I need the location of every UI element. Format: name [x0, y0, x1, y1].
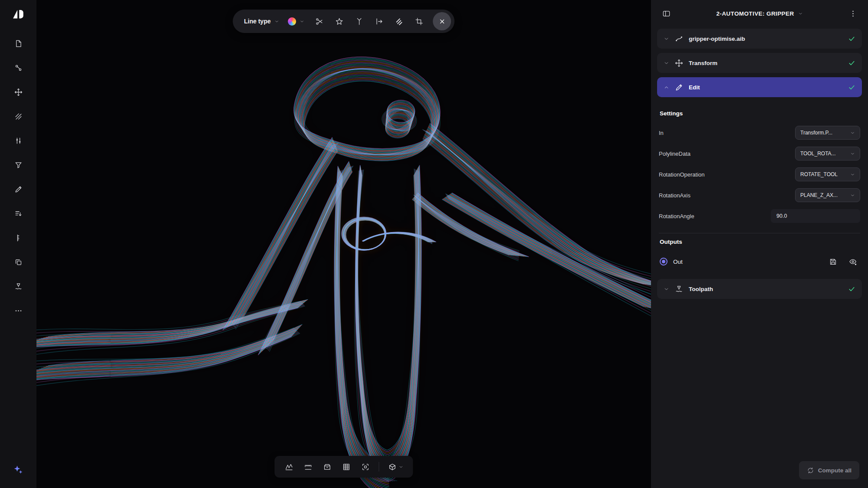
in-dropdown[interactable]: Transform.P... [795, 126, 860, 140]
close-icon [438, 17, 446, 26]
filter-tool-button[interactable] [9, 156, 27, 174]
output-row-out: Out [660, 253, 859, 270]
mirror-tool-button[interactable] [351, 13, 368, 30]
box-view-button[interactable] [320, 460, 335, 474]
section-toolpath[interactable]: Toolpath [657, 279, 862, 299]
field-label: RotationAngle [659, 213, 694, 219]
toolpath-icon [675, 285, 683, 293]
shift-icon [375, 17, 383, 26]
transform-icon [675, 59, 683, 67]
ruler-icon [14, 234, 23, 242]
chevron-down-icon [664, 60, 669, 66]
section-label: Toolpath [689, 286, 842, 292]
mirror-icon [355, 17, 363, 26]
shift-tool-button[interactable] [371, 13, 388, 30]
sort-tool-button[interactable] [9, 205, 27, 222]
caliper-view-button[interactable] [301, 460, 316, 474]
sort-icon [14, 210, 23, 218]
ai-assistant-button[interactable] [9, 461, 27, 478]
project-title-dropdown[interactable]: 2-AUTOMOTIVE: GRIPPER [716, 10, 802, 17]
move-tool-button[interactable] [9, 83, 27, 101]
polylinedata-dropdown[interactable]: TOOL_ROTA... [795, 147, 860, 160]
duplicate-tool-button[interactable] [9, 253, 27, 271]
section-transform[interactable]: Transform [657, 53, 862, 73]
chevron-down-icon [850, 131, 855, 135]
cut-tool-button[interactable] [311, 13, 328, 30]
field-row-rotationoperation: RotationOperation ROTATE_TOOL [659, 166, 860, 183]
app-logo [11, 7, 26, 22]
section-edit[interactable]: Edit [657, 77, 862, 97]
preview-output-button[interactable] [846, 255, 859, 268]
field-row-rotationangle: RotationAngle [659, 208, 860, 224]
layers-icon [395, 17, 403, 26]
check-icon [848, 35, 855, 43]
right-panel: 2-AUTOMOTIVE: GRIPPER gripper-optimise.a… [651, 0, 868, 488]
layers-tool-button[interactable] [391, 13, 408, 30]
project-title: 2-AUTOMOTIVE: GRIPPER [716, 10, 794, 17]
polyline-view-button[interactable] [282, 460, 296, 474]
more-icon [14, 307, 23, 315]
toolpath-tool-button[interactable] [9, 278, 27, 295]
section-label: gripper-optimise.aib [689, 36, 842, 42]
viewport: Line type [36, 0, 651, 488]
crop-icon [415, 17, 423, 26]
save-output-button[interactable] [826, 255, 839, 268]
out-radio[interactable] [660, 258, 667, 265]
rotationaxis-dropdown[interactable]: PLANE_Z_AX... [795, 188, 860, 202]
rotation-angle-input[interactable] [771, 209, 860, 223]
rotationoperation-dropdown[interactable]: ROTATE_TOOL [795, 167, 860, 181]
caliper-icon [304, 463, 312, 471]
check-icon [848, 84, 855, 91]
field-label: In [659, 130, 664, 136]
cube-view-dropdown[interactable] [385, 460, 406, 474]
section-label: Transform [689, 60, 842, 66]
file-tool-button[interactable] [9, 35, 27, 52]
curve-node-icon [675, 35, 683, 43]
polygon-tool-button[interactable] [331, 13, 348, 30]
line-type-dropdown[interactable]: Line type [241, 18, 282, 25]
grid-view-button[interactable] [339, 460, 354, 474]
close-toolbar-button[interactable] [433, 12, 451, 30]
chevron-down-icon [850, 172, 855, 177]
more-tools-button[interactable] [9, 302, 27, 319]
cube-icon [388, 463, 396, 471]
crop-tool-button[interactable] [411, 13, 428, 30]
edit-tool-button[interactable] [9, 180, 27, 198]
scan-view-button[interactable] [358, 460, 373, 474]
chevron-down-icon [664, 286, 669, 292]
compute-all-button[interactable]: Compute all [799, 461, 859, 479]
pencil-icon [675, 83, 683, 92]
refresh-icon [807, 467, 814, 474]
section-file[interactable]: gripper-optimise.aib [657, 29, 862, 49]
chevron-down-icon [300, 19, 305, 24]
color-mode-dropdown[interactable] [285, 17, 308, 26]
panel-menu-button[interactable] [845, 5, 861, 22]
chevron-down-icon [664, 36, 669, 42]
sliders-tool-button[interactable] [9, 132, 27, 149]
scan-icon [361, 463, 369, 471]
cut-icon [315, 17, 323, 26]
grid-icon [342, 463, 350, 471]
panel-toggle-button[interactable] [658, 5, 674, 22]
measure-tool-button[interactable] [9, 229, 27, 246]
outputs-heading: Outputs [660, 239, 860, 245]
viewport-top-toolbar: Line type [233, 10, 454, 33]
pencil-icon [14, 185, 23, 193]
viewport-3d-canvas[interactable] [36, 0, 651, 488]
check-icon [848, 285, 855, 293]
field-label: PolylineData [659, 151, 690, 157]
funnel-icon [14, 161, 23, 169]
toolbar-divider [379, 462, 379, 472]
chevron-down-icon [798, 11, 803, 16]
box-icon [323, 463, 331, 471]
left-sidebar [0, 0, 36, 488]
settings-heading: Settings [660, 110, 860, 117]
polyline-icon [285, 463, 293, 471]
viewport-bottom-toolbar [275, 456, 413, 478]
polygon-icon [335, 17, 343, 26]
hatch-icon [14, 112, 23, 121]
nodes-tool-button[interactable] [9, 59, 27, 76]
color-swatch-icon [288, 17, 296, 26]
kebab-menu-icon [849, 10, 857, 18]
hatch-tool-button[interactable] [9, 108, 27, 125]
